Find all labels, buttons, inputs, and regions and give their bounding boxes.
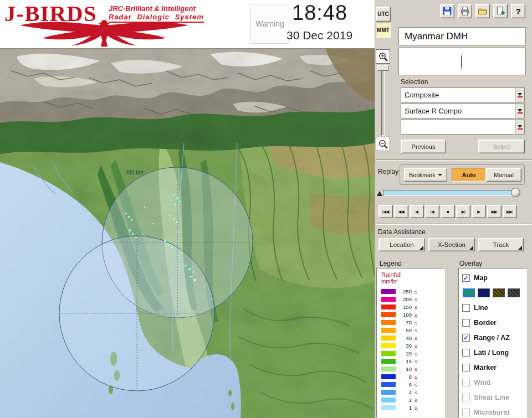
utc-button[interactable]: UTC [376, 7, 391, 22]
legend-row: 70≤ [381, 318, 444, 326]
select-label: Select [493, 143, 510, 150]
location-button[interactable]: Location [378, 238, 425, 251]
fast-rewind-button[interactable]: ◀◀ [394, 205, 408, 218]
zoom-slider-track[interactable] [381, 65, 385, 136]
overlay-item-lati-long[interactable]: Lati / Long [462, 345, 526, 360]
skip-to-start-button[interactable]: |◀◀ [378, 205, 393, 218]
track-button[interactable]: Track [478, 238, 524, 251]
map-style-swatch[interactable] [463, 288, 475, 297]
product-dropdown[interactable]: Surface R Compo [401, 104, 525, 118]
legend-lte-sign: ≤ [415, 335, 417, 341]
selection-label: Selection [401, 78, 428, 86]
zoom-in-button[interactable] [376, 49, 390, 64]
step-forward-button[interactable]: ▶| [456, 205, 470, 218]
stop-button[interactable]: ■ [441, 205, 455, 218]
save-button[interactable] [440, 4, 454, 18]
legend-lte-sign: ≤ [415, 327, 417, 333]
map-style-swatch[interactable] [478, 288, 490, 297]
checkbox[interactable]: ✓ [462, 334, 470, 342]
zoom-slider-thumb[interactable] [377, 65, 388, 71]
fast-forward-button[interactable]: ▶▶ [487, 205, 502, 218]
legend-row: 150≤ [381, 303, 444, 311]
legend-value: 10 [398, 366, 412, 372]
previous-button[interactable]: Previous [401, 140, 446, 153]
corner-resize-icon [420, 246, 423, 250]
floppy-icon [442, 6, 452, 16]
auto-button[interactable]: Auto [452, 168, 486, 182]
radar-map-viewport[interactable]: 480 km [0, 49, 375, 418]
legend-value: 250 [398, 288, 412, 295]
legend-color-swatch [381, 305, 396, 309]
warning-indicator[interactable]: Warning [250, 4, 289, 44]
utc-label: UTC [377, 11, 389, 17]
legend-row: 50≤ [381, 326, 444, 334]
divider [376, 224, 531, 225]
command-input[interactable] [398, 48, 526, 75]
bookmark-button[interactable]: Bookmark [404, 168, 447, 182]
legend-row: 4≤ [381, 388, 444, 396]
skip-to-end-button[interactable]: ▶▶| [503, 205, 517, 218]
zoom-out-button[interactable] [376, 137, 390, 151]
folder-icon [478, 6, 488, 16]
select-button[interactable]: Select [478, 140, 525, 153]
overlay-item-map[interactable]: ✓Map [462, 270, 526, 285]
legend-lte-sign: ≤ [415, 405, 417, 411]
checkbox[interactable] [462, 304, 470, 312]
checkbox[interactable] [462, 319, 470, 327]
dropdown-value: Composite [401, 91, 515, 99]
legend-value: 100 [398, 312, 412, 318]
legend-lte-sign: ≤ [415, 366, 417, 372]
overlay-item-marker[interactable]: Marker [462, 360, 526, 375]
legend-color-swatch [381, 398, 396, 402]
station-name: Myanmar DMH [398, 27, 526, 45]
play-backward-button[interactable]: ◀ [410, 205, 424, 218]
checkbox[interactable]: ✓ [462, 274, 470, 282]
control-panel: UTC MMT [375, 0, 532, 418]
text-caret [461, 55, 462, 69]
legend-lte-sign: ≤ [415, 319, 417, 326]
legend-color-swatch [381, 382, 396, 387]
manual-label: Manual [494, 172, 514, 178]
open-folder-button[interactable] [475, 4, 490, 18]
overlay-item-label: Line [474, 304, 488, 312]
magnifier-plus-icon [378, 51, 388, 62]
overlay-item-microburst: Microburst [462, 405, 526, 418]
product-type-dropdown[interactable]: Composite [401, 87, 525, 102]
timeline-slider-track[interactable] [383, 190, 519, 196]
manual-button[interactable]: Manual [486, 168, 521, 182]
clock-date: 30 Dec 2019 [287, 29, 352, 42]
export-image-button[interactable] [493, 4, 508, 18]
legend-lte-sign: ≤ [415, 358, 417, 364]
play-forward-button[interactable]: ▶ [472, 205, 486, 218]
map-style-swatch[interactable] [508, 288, 520, 297]
timeline-slider-knob[interactable] [511, 188, 520, 197]
overlay-item-range-az[interactable]: ✓Range / AZ [462, 330, 526, 345]
chevron-down-icon[interactable] [515, 120, 524, 134]
radar-map[interactable]: 480 km [0, 49, 375, 418]
legend-value: 6 [398, 381, 412, 388]
overlay-item-label: Lati / Long [474, 349, 509, 357]
checkbox[interactable] [462, 349, 470, 357]
x-section-button[interactable]: X-Section [428, 238, 475, 251]
legend-lte-sign: ≤ [415, 381, 417, 388]
overlay-item-label: Marker [474, 364, 497, 371]
step-back-button[interactable]: |◀ [425, 205, 439, 218]
overlay-item-label: Border [474, 319, 497, 327]
overlay-item-label: Wind [474, 379, 490, 386]
sub-product-dropdown[interactable] [401, 120, 525, 135]
checkbox [462, 394, 470, 401]
map-style-swatch[interactable] [493, 288, 505, 297]
logo-subtitle-line1: JRC-Brilliant & Intelligent [109, 4, 204, 13]
legend-color-swatch [381, 336, 396, 340]
print-button[interactable] [458, 4, 472, 18]
mmt-button[interactable]: MMT [376, 23, 391, 38]
overlay-item-line[interactable]: Line [462, 300, 526, 315]
checkbox[interactable] [462, 364, 470, 371]
help-button[interactable]: ? [511, 4, 525, 18]
chevron-down-icon[interactable] [515, 104, 524, 118]
legend-color-swatch [381, 289, 396, 294]
clock-time: 18:48 [292, 1, 347, 25]
chevron-down-icon[interactable] [515, 88, 524, 102]
legend-lte-sign: ≤ [415, 296, 417, 302]
overlay-item-border[interactable]: Border [462, 315, 526, 330]
